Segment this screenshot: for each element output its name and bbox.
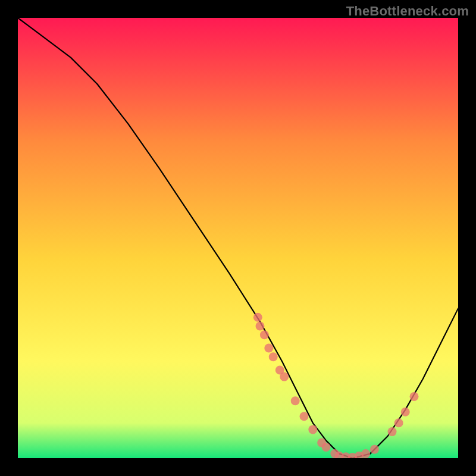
watermark-text: TheBottleneck.com xyxy=(346,4,469,19)
data-point xyxy=(370,445,379,454)
data-point xyxy=(264,344,273,353)
data-point xyxy=(300,412,309,421)
data-point xyxy=(410,392,419,401)
data-point xyxy=(291,396,300,405)
data-point xyxy=(280,372,289,381)
data-point xyxy=(322,443,331,452)
data-point xyxy=(269,352,278,361)
data-point xyxy=(394,418,403,427)
data-point xyxy=(256,322,265,331)
plot-svg xyxy=(18,18,458,458)
data-point xyxy=(388,427,397,436)
gradient-background xyxy=(18,18,458,458)
data-point xyxy=(253,313,262,322)
plot-area xyxy=(18,18,458,458)
data-point xyxy=(361,449,370,458)
data-point xyxy=(308,425,317,434)
chart-container: TheBottleneck.com xyxy=(0,0,476,476)
data-point xyxy=(401,408,410,416)
data-point xyxy=(260,330,269,339)
